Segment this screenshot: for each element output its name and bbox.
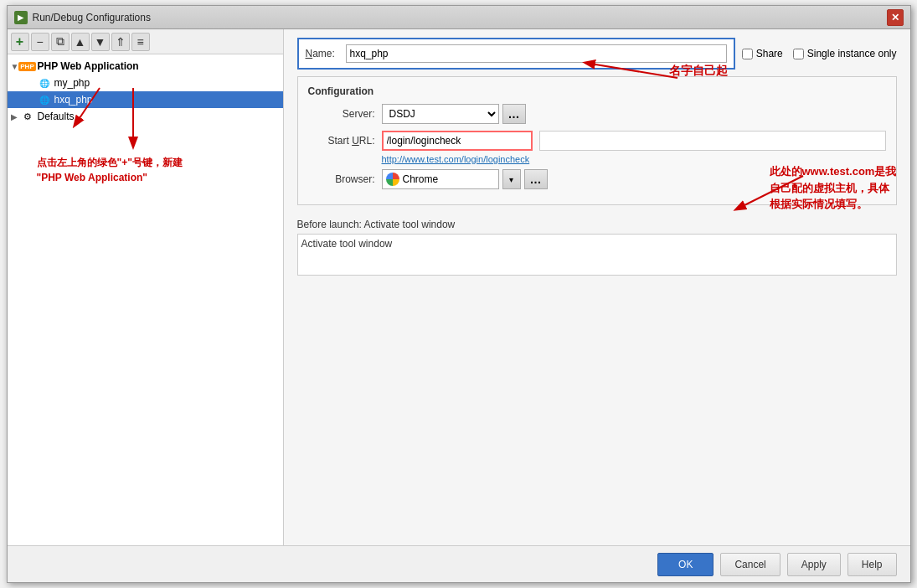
help-button[interactable]: Help bbox=[847, 553, 897, 576]
copy-button[interactable]: ⧉ bbox=[51, 33, 70, 51]
browser-ellipsis-button[interactable]: … bbox=[524, 169, 548, 189]
move-up-button[interactable]: ▲ bbox=[71, 33, 90, 51]
before-launch-content: Activate tool window bbox=[297, 234, 897, 276]
my-php-icon: 🌐 bbox=[38, 76, 51, 90]
tree-node-my-php[interactable]: 🌐 my_php bbox=[8, 75, 283, 91]
share-label: Share bbox=[756, 48, 783, 59]
browser-row: Browser: Chrome ▾ … bbox=[308, 169, 886, 189]
other-button[interactable]: ≡ bbox=[131, 33, 150, 51]
defaults-icon: ⚙ bbox=[21, 110, 34, 123]
configuration-tree: ▼ PHP PHP Web Application 🌐 my_php 🌐 bbox=[8, 54, 283, 545]
share-checkbox-label[interactable]: Share bbox=[742, 48, 783, 59]
single-instance-checkbox-label[interactable]: Single instance only bbox=[793, 48, 897, 59]
bottom-bar: OK Cancel Apply Help bbox=[8, 545, 910, 582]
start-url-label: Start URL: bbox=[308, 135, 375, 147]
remove-button[interactable]: − bbox=[31, 33, 49, 51]
share-tree-button[interactable]: ⇑ bbox=[111, 33, 130, 51]
browser-value: Chrome bbox=[403, 173, 439, 185]
tree-node-hxq-php[interactable]: 🌐 hxq_php bbox=[8, 91, 283, 108]
browser-dropdown-button[interactable]: ▾ bbox=[502, 169, 521, 189]
left-panel: + − ⧉ ▲ ▼ ⇑ ≡ ▼ PHP PHP Web Application bbox=[8, 29, 284, 545]
browser-select-wrap: Chrome ▾ … bbox=[382, 169, 548, 189]
hxq-php-label: hxq_php bbox=[54, 94, 93, 106]
chrome-icon bbox=[386, 173, 399, 186]
server-select[interactable]: DSDJ bbox=[382, 104, 499, 124]
before-launch-item: Activate tool window bbox=[301, 238, 393, 250]
cancel-button[interactable]: Cancel bbox=[720, 553, 780, 576]
server-label: Server: bbox=[308, 108, 375, 120]
share-checkbox[interactable] bbox=[742, 49, 753, 59]
url-preview[interactable]: http://www.test.com/login/logincheck bbox=[382, 154, 886, 164]
server-row: Server: DSDJ … bbox=[308, 104, 886, 124]
ok-button[interactable]: OK bbox=[657, 553, 714, 576]
left-toolbar: + − ⧉ ▲ ▼ ⇑ ≡ bbox=[8, 29, 283, 54]
defaults-arrow: ▶ bbox=[11, 112, 21, 121]
title-bar: ▶ Run/Debug Configurations ✕ bbox=[8, 6, 910, 29]
before-launch-title: Before launch: Activate tool window bbox=[297, 219, 897, 230]
start-url-input[interactable] bbox=[382, 131, 533, 151]
php-web-app-label: PHP Web Application bbox=[38, 60, 139, 72]
apply-button[interactable]: Apply bbox=[787, 553, 841, 576]
defaults-label: Defaults bbox=[38, 111, 75, 122]
single-instance-checkbox[interactable] bbox=[793, 49, 804, 59]
run-debug-dialog: ▶ Run/Debug Configurations ✕ + − ⧉ ▲ ▼ ⇑… bbox=[7, 5, 911, 583]
single-instance-label: Single instance only bbox=[807, 48, 897, 59]
hxq-php-icon: 🌐 bbox=[38, 93, 51, 106]
move-down-button[interactable]: ▼ bbox=[91, 33, 110, 51]
full-url-input[interactable] bbox=[539, 131, 886, 151]
close-button[interactable]: ✕ bbox=[887, 9, 904, 26]
server-ellipsis-button[interactable]: … bbox=[502, 104, 526, 124]
my-php-label: my_php bbox=[54, 77, 90, 89]
start-url-row: Start URL: bbox=[308, 131, 886, 151]
add-button[interactable]: + bbox=[11, 33, 29, 51]
name-row: Name: bbox=[297, 38, 735, 70]
browser-label: Browser: bbox=[308, 173, 375, 185]
php-web-app-icon: PHP bbox=[21, 59, 34, 73]
tree-node-php-web-application[interactable]: ▼ PHP PHP Web Application bbox=[8, 58, 283, 75]
dialog-body: + − ⧉ ▲ ▼ ⇑ ≡ ▼ PHP PHP Web Application bbox=[8, 29, 910, 545]
server-select-wrap: DSDJ … bbox=[382, 104, 526, 124]
configuration-section: Configuration Server: DSDJ … Start URL: bbox=[297, 76, 897, 205]
tree-node-defaults[interactable]: ▶ ⚙ Defaults bbox=[8, 108, 283, 125]
title-bar-icon: ▶ bbox=[14, 11, 28, 24]
name-label: Name: bbox=[306, 48, 339, 59]
name-input[interactable] bbox=[346, 44, 727, 63]
title-bar-text: Run/Debug Configurations bbox=[33, 12, 887, 23]
before-launch-section: Before launch: Activate tool window Acti… bbox=[297, 219, 897, 276]
right-panel: Name: Share Single instance only Confi bbox=[284, 29, 910, 545]
config-section-title: Configuration bbox=[308, 85, 886, 97]
